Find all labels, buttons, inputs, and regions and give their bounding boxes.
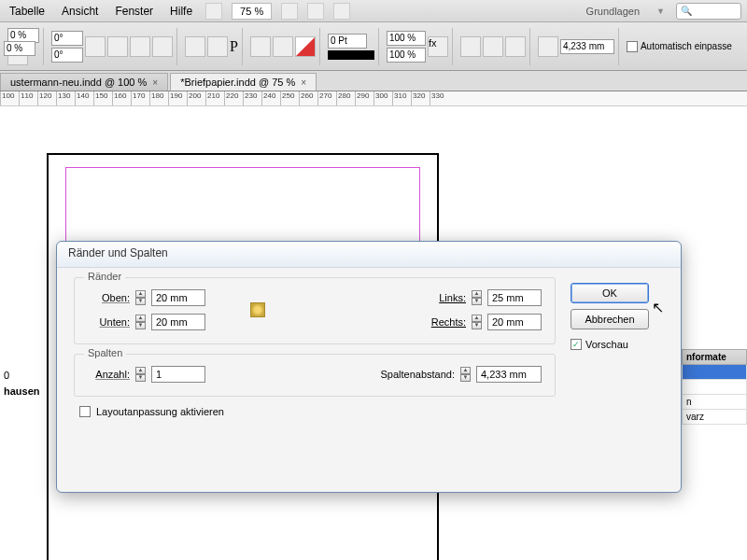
label-links: Links: — [421, 292, 466, 303]
list-item[interactable] — [682, 365, 747, 380]
workspace-switcher[interactable]: Grundlagen — [581, 4, 646, 19]
text-wrap-bounding-icon[interactable] — [483, 36, 503, 57]
menu-fenster[interactable]: Fenster — [111, 3, 157, 20]
rotate-field-b[interactable]: 0° — [51, 48, 83, 63]
menu-ansicht[interactable]: Ansicht — [58, 3, 102, 20]
styles-panel: nformate n varz — [682, 349, 747, 425]
input-bottom-margin[interactable] — [151, 314, 205, 330]
search-icon: 🔍 — [681, 6, 692, 16]
effects-icon[interactable] — [273, 36, 293, 57]
spinner[interactable]: ▲▼ — [472, 290, 482, 305]
auto-fit-checkbox[interactable]: Automatisch einpasse — [627, 41, 732, 52]
control-toolbar: 0 % 0°0° P 0 Pt 100 %100 % fx 4,233 mm A — [0, 22, 747, 71]
scale-y-field[interactable]: 100 % — [387, 48, 426, 63]
label-oben: Oben: — [88, 292, 130, 303]
stroke-weight-field[interactable]: 0 Pt — [328, 34, 367, 49]
document-tabs: ustermann-neu.indd @ 100 %× *Briefpapier… — [0, 71, 747, 91]
columns-group: Spalten Anzahl:▲▼ Spaltenabstand:▲▼ — [74, 354, 556, 397]
margins-group: Ränder Oben:▲▼ Unten:▲▼ Links:▲▼ Rechts:… — [74, 277, 556, 344]
menu-bar: Tabelle Ansicht Fenster Hilfe 75 % Grund… — [0, 0, 747, 22]
close-icon[interactable]: × — [301, 77, 306, 88]
group-label: Ränder — [84, 271, 125, 282]
label-spaltenabstand: Spaltenabstand: — [357, 369, 455, 380]
spinner[interactable]: ▲▼ — [135, 315, 146, 329]
preview-checkbox[interactable]: ✓Vorschau — [571, 339, 664, 350]
label-unten: Unten: — [88, 316, 130, 328]
text-wrap-shape-icon[interactable] — [505, 36, 526, 57]
zoom-level[interactable]: 75 % — [232, 3, 272, 20]
rotate-ccw-icon[interactable] — [107, 36, 128, 57]
spinner[interactable]: ▲▼ — [460, 367, 471, 382]
input-top-margin[interactable] — [151, 289, 205, 306]
rotate-field-a[interactable]: 0° — [51, 31, 83, 46]
flip-h-icon[interactable] — [130, 36, 150, 57]
input-gutter[interactable] — [476, 366, 542, 383]
ok-button[interactable]: OK — [571, 283, 649, 303]
opacity-field-b[interactable]: 0 % — [4, 41, 35, 56]
paragraph-icon[interactable]: P — [230, 38, 238, 55]
label-anzahl: Anzahl: — [88, 369, 130, 380]
cancel-button[interactable]: Abbrechen — [571, 309, 649, 329]
view-options-icon[interactable] — [281, 3, 298, 20]
screen-mode-icon[interactable] — [307, 3, 324, 20]
select-content-icon[interactable] — [207, 36, 228, 57]
constrain-icon[interactable] — [250, 36, 271, 57]
list-item[interactable]: varz — [682, 410, 747, 425]
rotate-cw-icon[interactable] — [85, 36, 106, 57]
menu-hilfe[interactable]: Hilfe — [166, 3, 196, 20]
text-wrap-none-icon[interactable] — [460, 36, 481, 57]
spinner[interactable]: ▲▼ — [135, 290, 146, 305]
fx-icon[interactable]: fx — [428, 36, 448, 57]
label-rechts: Rechts: — [421, 316, 466, 328]
scale-x-field[interactable]: 100 % — [387, 31, 426, 46]
text-frame-fragment: 0 hausen — [0, 368, 40, 399]
document-tab[interactable]: ustermann-neu.indd @ 100 %× — [0, 73, 168, 91]
margins-columns-dialog: Ränder und Spalten Ränder Oben:▲▼ Unten:… — [56, 241, 682, 493]
input-column-count[interactable] — [151, 366, 205, 383]
menu-tabelle[interactable]: Tabelle — [6, 3, 49, 20]
input-right-margin[interactable] — [487, 314, 542, 330]
document-tab-active[interactable]: *Briefpapier.indd @ 75 %× — [170, 73, 317, 91]
spinner[interactable]: ▲▼ — [135, 367, 146, 382]
dialog-title: Ränder und Spalten — [57, 242, 681, 268]
spinner[interactable]: ▲▼ — [472, 315, 482, 329]
close-icon[interactable]: × — [152, 77, 158, 88]
layout-adjust-checkbox[interactable]: Layoutanpassung aktivieren — [74, 406, 556, 417]
no-stroke-icon[interactable] — [295, 36, 316, 57]
panel-header[interactable]: nformate — [682, 349, 747, 365]
arrange-icon[interactable] — [333, 3, 350, 20]
input-left-margin[interactable] — [487, 289, 542, 306]
search-input[interactable]: 🔍 — [676, 3, 741, 20]
list-item[interactable] — [682, 380, 747, 395]
chevron-down-icon: ▼ — [656, 7, 665, 16]
list-item[interactable]: n — [682, 395, 747, 410]
frame-fitting-field[interactable]: 4,233 mm — [560, 39, 614, 54]
group-label: Spalten — [84, 347, 126, 358]
select-container-icon[interactable] — [185, 36, 205, 57]
horizontal-ruler: 1001101201301401501601701801902002102202… — [0, 91, 747, 106]
frame-fitting-icon[interactable] — [538, 36, 558, 57]
bridge-icon[interactable] — [205, 3, 222, 20]
link-margins-icon[interactable] — [250, 302, 265, 317]
flip-v-icon[interactable] — [152, 36, 173, 57]
stroke-style-swatch[interactable] — [328, 50, 374, 60]
